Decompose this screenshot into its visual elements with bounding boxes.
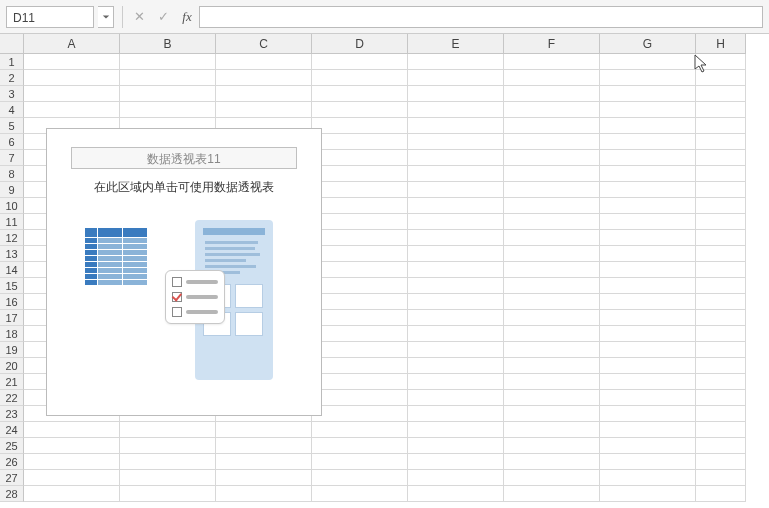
cell[interactable] — [408, 230, 504, 246]
cell[interactable] — [600, 294, 696, 310]
cell[interactable] — [696, 198, 746, 214]
cell[interactable] — [408, 390, 504, 406]
cell[interactable] — [696, 150, 746, 166]
cell[interactable] — [600, 118, 696, 134]
row-header[interactable]: 13 — [0, 246, 24, 262]
cell[interactable] — [600, 422, 696, 438]
cell[interactable] — [504, 294, 600, 310]
cell[interactable] — [408, 150, 504, 166]
cell[interactable] — [312, 246, 408, 262]
cell[interactable] — [696, 214, 746, 230]
cell[interactable] — [600, 198, 696, 214]
cell[interactable] — [600, 70, 696, 86]
cell[interactable] — [504, 326, 600, 342]
cell[interactable] — [120, 470, 216, 486]
cell[interactable] — [216, 86, 312, 102]
cell[interactable] — [504, 214, 600, 230]
cell[interactable] — [24, 54, 120, 70]
cell[interactable] — [504, 486, 600, 502]
cell[interactable] — [408, 470, 504, 486]
formula-input[interactable] — [199, 6, 763, 28]
cell[interactable] — [504, 54, 600, 70]
cell[interactable] — [24, 486, 120, 502]
cell[interactable] — [696, 422, 746, 438]
cell[interactable] — [600, 262, 696, 278]
cell[interactable] — [312, 262, 408, 278]
cell[interactable] — [696, 454, 746, 470]
cell[interactable] — [408, 166, 504, 182]
cell[interactable] — [696, 118, 746, 134]
cell[interactable] — [600, 86, 696, 102]
cell[interactable] — [312, 102, 408, 118]
row-header[interactable]: 16 — [0, 294, 24, 310]
cell[interactable] — [408, 326, 504, 342]
cell[interactable] — [312, 486, 408, 502]
column-header[interactable]: A — [24, 34, 120, 54]
cell[interactable] — [408, 262, 504, 278]
cell[interactable] — [120, 102, 216, 118]
cell[interactable] — [120, 54, 216, 70]
cell[interactable] — [504, 310, 600, 326]
row-header[interactable]: 19 — [0, 342, 24, 358]
cell[interactable] — [696, 326, 746, 342]
insert-function-button[interactable]: fx — [175, 6, 199, 28]
cell[interactable] — [600, 214, 696, 230]
cell[interactable] — [24, 102, 120, 118]
cell[interactable] — [504, 246, 600, 262]
cell[interactable] — [408, 198, 504, 214]
cell[interactable] — [696, 246, 746, 262]
row-header[interactable]: 27 — [0, 470, 24, 486]
cell[interactable] — [504, 358, 600, 374]
cell[interactable] — [24, 454, 120, 470]
cell[interactable] — [24, 70, 120, 86]
cell[interactable] — [408, 374, 504, 390]
cell[interactable] — [504, 374, 600, 390]
cell[interactable] — [312, 134, 408, 150]
cell[interactable] — [312, 422, 408, 438]
cell[interactable] — [312, 278, 408, 294]
cell[interactable] — [408, 54, 504, 70]
row-header[interactable]: 28 — [0, 486, 24, 502]
row-header[interactable]: 7 — [0, 150, 24, 166]
cell[interactable] — [408, 454, 504, 470]
cell[interactable] — [600, 374, 696, 390]
cell[interactable] — [504, 454, 600, 470]
cell[interactable] — [504, 198, 600, 214]
cell[interactable] — [408, 342, 504, 358]
cell[interactable] — [696, 310, 746, 326]
cell[interactable] — [600, 438, 696, 454]
cell[interactable] — [120, 70, 216, 86]
cell[interactable] — [696, 390, 746, 406]
cell[interactable] — [696, 262, 746, 278]
row-header[interactable]: 8 — [0, 166, 24, 182]
cell[interactable] — [24, 86, 120, 102]
cell[interactable] — [696, 134, 746, 150]
cell[interactable] — [696, 86, 746, 102]
cell[interactable] — [120, 86, 216, 102]
row-header[interactable]: 15 — [0, 278, 24, 294]
cell[interactable] — [408, 422, 504, 438]
row-header[interactable]: 25 — [0, 438, 24, 454]
cell[interactable] — [600, 166, 696, 182]
cell[interactable] — [504, 278, 600, 294]
cell[interactable] — [504, 150, 600, 166]
cell[interactable] — [216, 486, 312, 502]
cell[interactable] — [504, 134, 600, 150]
cell[interactable] — [600, 278, 696, 294]
cell[interactable] — [312, 118, 408, 134]
column-header[interactable]: B — [120, 34, 216, 54]
cell[interactable] — [216, 422, 312, 438]
cell[interactable] — [312, 406, 408, 422]
cell[interactable] — [24, 470, 120, 486]
cell[interactable] — [312, 470, 408, 486]
cell[interactable] — [696, 182, 746, 198]
cell[interactable] — [600, 102, 696, 118]
row-header[interactable]: 23 — [0, 406, 24, 422]
cell[interactable] — [120, 454, 216, 470]
cell[interactable] — [216, 454, 312, 470]
cell[interactable] — [696, 438, 746, 454]
row-header[interactable]: 1 — [0, 54, 24, 70]
row-header[interactable]: 21 — [0, 374, 24, 390]
column-header[interactable]: F — [504, 34, 600, 54]
row-header[interactable]: 12 — [0, 230, 24, 246]
